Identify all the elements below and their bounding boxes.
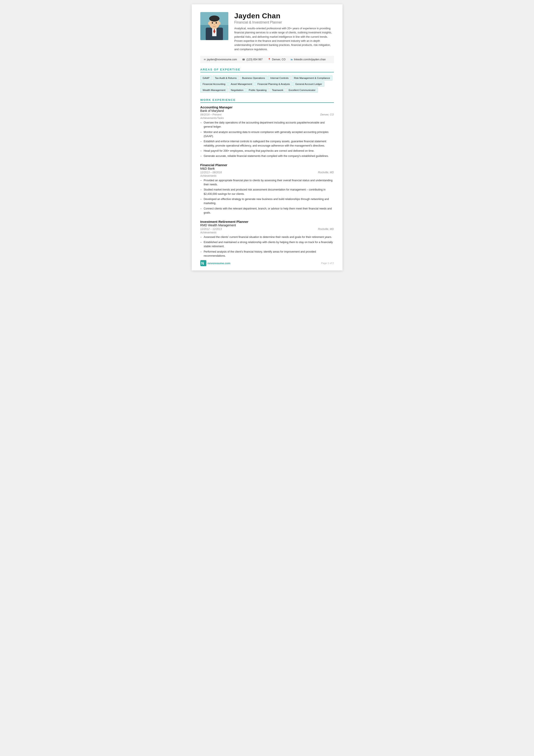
- linkedin-icon: in: [291, 58, 293, 61]
- header-section: Jayden Chan Financial & Investment Plann…: [200, 12, 334, 51]
- job-title: Accounting Manager: [200, 105, 334, 109]
- skills-grid: GAAPTax Audit & ReturnsBusiness Operatio…: [200, 75, 334, 93]
- job-bullet: Studied market trends and produced risk …: [200, 188, 334, 196]
- candidate-title: Financial & Investment Planner: [234, 20, 334, 24]
- job-location: Denver, CO: [320, 113, 334, 116]
- footer: N novoresume.com Page 1 of 2: [200, 260, 334, 266]
- footer-logo-text: novoresume.com: [208, 262, 231, 265]
- job-achievements-label: Achievements: [200, 231, 334, 234]
- svg-point-10: [216, 22, 217, 24]
- skill-tag: Asset Management: [228, 81, 254, 87]
- job-title: Investment Retirement Planner: [200, 220, 334, 224]
- skill-tag: Business Operations: [240, 75, 267, 81]
- job-location: Rockville, MD: [318, 228, 334, 230]
- job-meta: 12/2013 – 08/2016Rockville, MD: [200, 171, 334, 174]
- job-location: Rockville, MD: [318, 171, 334, 174]
- job-entry: Financial PlannerM&D Bank12/2013 – 08/20…: [200, 163, 334, 215]
- footer-logo: N novoresume.com: [200, 260, 231, 266]
- job-entry: Investment Retirement PlannerRMD Wealth …: [200, 220, 334, 258]
- svg-point-11: [214, 24, 215, 25]
- expertise-section: AREAS OF EXPERTISE GAAPTax Audit & Retur…: [200, 68, 334, 93]
- job-title: Financial Planner: [200, 163, 334, 167]
- skill-tag: GAAP: [200, 75, 212, 81]
- avatar: [200, 12, 228, 40]
- skill-tag: Public Speaking: [246, 88, 269, 93]
- job-bullet: Provided an appropriate financial plan t…: [200, 178, 334, 187]
- job-meta: 12/2012 – 12/2013Rockville, MD: [200, 228, 334, 230]
- contact-location: 📍 Denver, CO: [268, 58, 286, 61]
- job-achievements-label: Achievements: [200, 174, 334, 177]
- contact-email: ✉ jayden@novoresume.com: [204, 58, 237, 61]
- job-meta: 08/2016 – PresentDenver, CO: [200, 113, 334, 116]
- candidate-name: Jayden Chan: [234, 12, 334, 20]
- svg-point-6: [209, 15, 219, 21]
- novoresume-logo-icon: N: [200, 260, 206, 266]
- candidate-summary: Analytical, results-oriented professiona…: [234, 27, 334, 51]
- svg-point-8: [218, 22, 220, 25]
- job-bullet: Establish and enforce internal controls …: [200, 139, 334, 148]
- email-value: jayden@novoresume.com: [207, 58, 237, 61]
- job-bullet: Connect clients with the relevant depart…: [200, 207, 334, 215]
- job-dates: 12/2012 – 12/2013: [200, 228, 222, 230]
- svg-point-9: [212, 22, 213, 24]
- job-bullet: Developed an effective strategy to gener…: [200, 197, 334, 205]
- svg-text:N: N: [201, 261, 204, 265]
- phone-value: (123) 654 987: [246, 58, 263, 61]
- work-section-title: WORK EXPERIENCE: [200, 98, 334, 103]
- job-dates: 08/2016 – Present: [200, 113, 221, 116]
- skill-tag: Wealth Management: [200, 88, 228, 93]
- job-bullet: Monitor and analyze accounting data to e…: [200, 130, 334, 139]
- contact-phone: ☎ (123) 654 987: [242, 58, 263, 61]
- skill-tag: Tax Audit & Returns: [213, 75, 239, 81]
- phone-icon: ☎: [242, 58, 245, 61]
- svg-point-7: [208, 22, 210, 25]
- job-bullets-list: Oversee the daily operations of the acco…: [200, 121, 334, 158]
- header-info: Jayden Chan Financial & Investment Plann…: [234, 12, 334, 51]
- job-company: Bank of Maryland: [200, 109, 334, 113]
- resume-page: Jayden Chan Financial & Investment Plann…: [192, 4, 343, 270]
- job-bullet: Generate accurate, reliable financial st…: [200, 154, 334, 158]
- contact-bar: ✉ jayden@novoresume.com ☎ (123) 654 987 …: [200, 56, 334, 63]
- job-bullet: Performed analysis of the client's finan…: [200, 250, 334, 258]
- skill-tag: Excellent Communicator: [286, 88, 318, 93]
- job-bullet: Head payroll for 200+ employees, ensurin…: [200, 149, 334, 153]
- job-achievements-label: Achievements/Tasks: [200, 117, 334, 120]
- job-bullet: Established and maintained a strong rela…: [200, 240, 334, 249]
- job-company: M&D Bank: [200, 167, 334, 170]
- expertise-section-title: AREAS OF EXPERTISE: [200, 68, 334, 72]
- skill-tag: Financial Planning & Analysis: [255, 81, 292, 87]
- email-icon: ✉: [204, 58, 206, 61]
- linkedin-value: linkedin.com/in/jayden.chan: [294, 58, 326, 61]
- skill-tag: Internal Controls: [268, 75, 291, 81]
- job-bullet: Oversee the daily operations of the acco…: [200, 121, 334, 129]
- skill-tag: Risk Management & Compliance: [292, 75, 332, 81]
- job-entry: Accounting ManagerBank of Maryland08/201…: [200, 105, 334, 158]
- job-dates: 12/2013 – 08/2016: [200, 171, 222, 174]
- location-value: Denver, CO: [272, 58, 286, 61]
- job-company: RMD Wealth Management: [200, 224, 334, 227]
- jobs-container: Accounting ManagerBank of Maryland08/201…: [200, 105, 334, 258]
- location-icon: 📍: [268, 58, 271, 61]
- job-bullets-list: Assessed the clients' current financial …: [200, 235, 334, 258]
- work-experience-section: WORK EXPERIENCE Accounting ManagerBank o…: [200, 98, 334, 258]
- skill-tag: Teamwork: [269, 88, 285, 93]
- footer-page: Page 1 of 2: [321, 262, 334, 264]
- skill-tag: General Account Ledger: [293, 81, 324, 87]
- job-bullet: Assessed the clients' current financial …: [200, 235, 334, 239]
- contact-linkedin: in linkedin.com/in/jayden.chan: [291, 58, 326, 61]
- job-bullets-list: Provided an appropriate financial plan t…: [200, 178, 334, 215]
- skill-tag: Financial Accounting: [200, 81, 228, 87]
- skill-tag: Negotiation: [229, 88, 246, 93]
- avatar-wrapper: [200, 12, 228, 51]
